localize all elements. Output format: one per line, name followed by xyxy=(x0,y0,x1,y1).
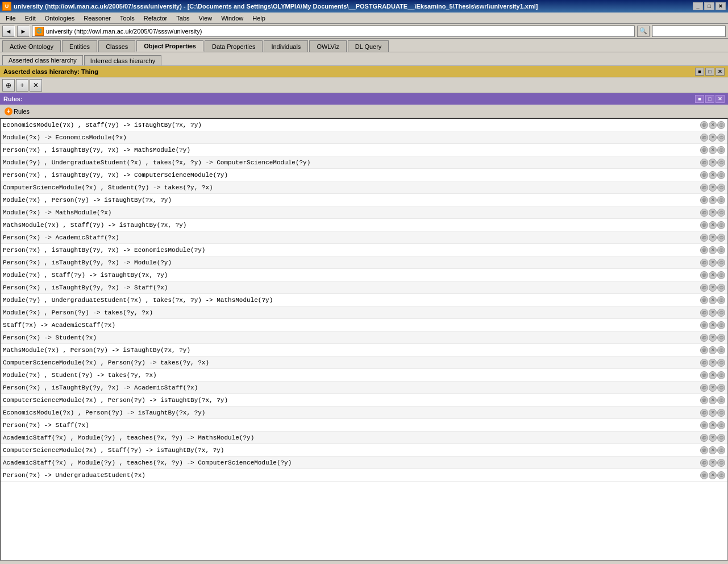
rule-row[interactable]: Module(?y) , UndergraduateStudent(?x) , … xyxy=(1,156,727,169)
rule-action-btn-2[interactable]: ◎ xyxy=(717,221,725,229)
rule-action-btn-1[interactable]: ✕ xyxy=(709,234,717,242)
rule-action-btn-2[interactable]: ◎ xyxy=(717,371,725,379)
rule-row[interactable]: Staff(?x) -> AcademicStaff(?x)@✕◎ xyxy=(1,319,727,331)
tab-owlviz[interactable]: OWLViz xyxy=(309,40,346,52)
rule-action-btn-2[interactable]: ◎ xyxy=(717,196,725,204)
rule-row[interactable]: Person(?x) , isTaughtBy(?y, ?x) -> Staff… xyxy=(1,281,727,294)
rule-action-btn-1[interactable]: ✕ xyxy=(709,321,717,329)
tab-data-properties[interactable]: Data Properties xyxy=(205,40,263,52)
tab-classes[interactable]: Classes xyxy=(98,40,135,52)
rule-row[interactable]: EconomicsModule(?x) , Staff(?y) -> isTau… xyxy=(1,119,727,131)
rule-action-btn-1[interactable]: ✕ xyxy=(709,309,717,317)
rule-action-btn-0[interactable]: @ xyxy=(700,196,708,204)
rule-action-btn-2[interactable]: ◎ xyxy=(717,309,725,317)
rule-row[interactable]: Module(?x) , Person(?y) -> takes(?y, ?x)… xyxy=(1,306,727,319)
rule-row[interactable]: Person(?x) , isTaughtBy(?y, ?x) -> Modul… xyxy=(1,256,727,269)
rules-list[interactable]: EconomicsModule(?x) , Staff(?y) -> isTau… xyxy=(0,118,728,561)
rule-row[interactable]: Module(?x) , Student(?y) -> takes(?y, ?x… xyxy=(1,369,727,381)
rule-row[interactable]: Person(?x) , isTaughtBy(?y, ?x) -> Compu… xyxy=(1,169,727,181)
search-input[interactable] xyxy=(652,26,726,37)
rule-action-btn-0[interactable]: @ xyxy=(700,209,708,217)
rule-action-btn-1[interactable]: ✕ xyxy=(709,446,717,454)
menu-item-edit[interactable]: Edit xyxy=(20,14,40,23)
rule-action-btn-2[interactable]: ◎ xyxy=(717,471,725,479)
rule-action-btn-1[interactable]: ✕ xyxy=(709,371,717,379)
add-tool-button[interactable]: ⊕ xyxy=(2,79,15,92)
rule-row[interactable]: Person(?x) -> Student(?x)@✕◎ xyxy=(1,331,727,344)
rule-action-btn-0[interactable]: @ xyxy=(700,459,708,467)
rule-action-btn-0[interactable]: @ xyxy=(700,146,708,154)
rule-row[interactable]: Person(?x) -> AcademicStaff(?x)@✕◎ xyxy=(1,231,727,244)
menu-item-refactor[interactable]: Refactor xyxy=(139,14,172,23)
menu-item-tools[interactable]: Tools xyxy=(115,14,139,23)
rule-action-btn-2[interactable]: ◎ xyxy=(717,359,725,367)
rule-action-btn-1[interactable]: ✕ xyxy=(709,434,717,442)
maximize-button[interactable]: □ xyxy=(704,2,714,10)
rule-action-btn-2[interactable]: ◎ xyxy=(717,284,725,292)
menu-item-ontologies[interactable]: Ontologies xyxy=(40,14,80,23)
rule-action-btn-0[interactable]: @ xyxy=(700,284,708,292)
rule-action-btn-1[interactable]: ✕ xyxy=(709,159,717,167)
header-ctrl-1[interactable]: ■ xyxy=(695,68,704,76)
add-rule-button[interactable]: + Rules xyxy=(2,107,32,116)
rule-row[interactable]: EconomicsModule(?x) , Person(?y) -> isTa… xyxy=(1,407,727,419)
forward-button[interactable]: ► xyxy=(17,26,30,37)
rule-action-btn-1[interactable]: ✕ xyxy=(709,409,717,417)
rule-action-btn-0[interactable]: @ xyxy=(700,309,708,317)
rule-action-btn-0[interactable]: @ xyxy=(700,296,708,304)
rule-action-btn-1[interactable]: ✕ xyxy=(709,221,717,229)
rule-action-btn-1[interactable]: ✕ xyxy=(709,396,717,404)
rule-row[interactable]: Person(?x) , isTaughtBy(?y, ?x) -> Acade… xyxy=(1,381,727,394)
rule-row[interactable]: AcademicStaff(?x) , Module(?y) , teaches… xyxy=(1,457,727,469)
rule-action-btn-2[interactable]: ◎ xyxy=(717,434,725,442)
rule-action-btn-1[interactable]: ✕ xyxy=(709,271,717,279)
rule-row[interactable]: Module(?x) , Person(?y) -> isTaughtBy(?x… xyxy=(1,194,727,206)
rule-action-btn-0[interactable]: @ xyxy=(700,359,708,367)
search-button[interactable]: 🔍 xyxy=(637,26,650,37)
menu-item-reasoner[interactable]: Reasoner xyxy=(79,14,115,23)
tab-dl-query[interactable]: DL Query xyxy=(348,40,389,52)
menu-item-window[interactable]: Window xyxy=(217,14,248,23)
rule-action-btn-0[interactable]: @ xyxy=(700,271,708,279)
delete-tool-button[interactable]: ✕ xyxy=(30,79,42,92)
rule-action-btn-2[interactable]: ◎ xyxy=(717,134,725,142)
rule-action-btn-0[interactable]: @ xyxy=(700,321,708,329)
tab-object-properties[interactable]: Object Properties xyxy=(136,40,203,52)
rule-action-btn-1[interactable]: ✕ xyxy=(709,184,717,192)
menu-item-file[interactable]: File xyxy=(1,14,20,23)
rules-ctrl-2[interactable]: □ xyxy=(705,95,714,103)
rule-action-btn-1[interactable]: ✕ xyxy=(709,171,717,179)
rule-action-btn-2[interactable]: ◎ xyxy=(717,421,725,429)
tab-active-ontology[interactable]: Active Ontology xyxy=(2,40,61,52)
rule-action-btn-0[interactable]: @ xyxy=(700,221,708,229)
rule-action-btn-0[interactable]: @ xyxy=(700,446,708,454)
rule-row[interactable]: ComputerScienceModule(?x) , Person(?y) -… xyxy=(1,356,727,369)
rule-action-btn-2[interactable]: ◎ xyxy=(717,446,725,454)
rule-action-btn-0[interactable]: @ xyxy=(700,259,708,267)
rule-action-btn-0[interactable]: @ xyxy=(700,171,708,179)
rule-action-btn-1[interactable]: ✕ xyxy=(709,134,717,142)
rule-action-btn-0[interactable]: @ xyxy=(700,471,708,479)
rule-action-btn-0[interactable]: @ xyxy=(700,346,708,354)
rule-row[interactable]: Module(?y) , UndergraduateStudent(?x) , … xyxy=(1,294,727,306)
rule-action-btn-2[interactable]: ◎ xyxy=(717,159,725,167)
rule-action-btn-2[interactable]: ◎ xyxy=(717,296,725,304)
rule-action-btn-0[interactable]: @ xyxy=(700,371,708,379)
rule-action-btn-1[interactable]: ✕ xyxy=(709,121,717,129)
rule-row[interactable]: Module(?x) -> EconomicsModule(?x)@✕◎ xyxy=(1,131,727,144)
back-button[interactable]: ◄ xyxy=(2,26,15,37)
rule-action-btn-2[interactable]: ◎ xyxy=(717,409,725,417)
rule-action-btn-2[interactable]: ◎ xyxy=(717,146,725,154)
header-ctrl-2[interactable]: □ xyxy=(705,68,714,76)
rule-action-btn-0[interactable]: @ xyxy=(700,421,708,429)
tab-entities[interactable]: Entities xyxy=(62,40,97,52)
rule-action-btn-1[interactable]: ✕ xyxy=(709,471,717,479)
rule-action-btn-1[interactable]: ✕ xyxy=(709,259,717,267)
rule-row[interactable]: MathsModule(?x) , Person(?y) -> isTaught… xyxy=(1,344,727,356)
rule-action-btn-1[interactable]: ✕ xyxy=(709,284,717,292)
rule-action-btn-2[interactable]: ◎ xyxy=(717,396,725,404)
subtab-asserted-class-hierarchy[interactable]: Asserted class hierarchy xyxy=(2,55,83,65)
rule-action-btn-2[interactable]: ◎ xyxy=(717,246,725,254)
header-ctrl-3[interactable]: ✕ xyxy=(715,68,725,76)
rule-action-btn-2[interactable]: ◎ xyxy=(717,271,725,279)
